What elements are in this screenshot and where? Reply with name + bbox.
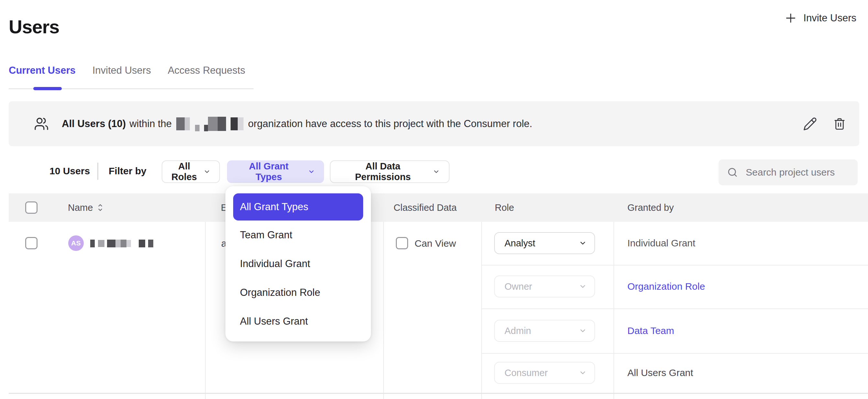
menu-item-all-grant-types[interactable]: All Grant Types xyxy=(233,193,363,220)
user-row-divider xyxy=(9,393,868,394)
row-checkbox[interactable] xyxy=(25,237,37,249)
filter-by-label: Filter by xyxy=(108,165,147,177)
column-header-granted-by: Granted by xyxy=(627,193,674,222)
menu-item-organization-role[interactable]: Organization Role xyxy=(233,278,363,307)
grant-row-divider xyxy=(481,353,868,354)
redacted-org-name xyxy=(176,116,244,131)
column-header-name[interactable]: Name xyxy=(68,193,104,222)
tab-invited-users[interactable]: Invited Users xyxy=(92,65,151,76)
column-header-classified-data: Classified Data xyxy=(394,193,457,222)
select-all-checkbox[interactable] xyxy=(25,202,37,214)
user-count: 10 Users xyxy=(50,165,90,177)
column-divider xyxy=(481,222,482,399)
role-select-admin: Admin xyxy=(494,320,595,342)
banner-text-after: organization have access to this project… xyxy=(248,118,532,130)
chevron-down-icon xyxy=(579,283,587,290)
table-header: Name Email Classified Data Role Granted … xyxy=(9,193,868,222)
all-users-banner: All Users (10) within the organization h… xyxy=(9,101,859,146)
chevron-down-icon xyxy=(579,239,587,247)
menu-item-all-users-grant[interactable]: All Users Grant xyxy=(233,307,363,336)
granted-by-link[interactable]: Data Team xyxy=(627,325,674,336)
active-tab-indicator xyxy=(33,87,62,90)
chevron-down-icon xyxy=(308,168,315,175)
tab-current-users[interactable]: Current Users xyxy=(9,65,76,76)
column-header-role: Role xyxy=(495,193,514,222)
granted-by-link[interactable]: Organization Role xyxy=(627,281,705,292)
all-data-permissions-filter[interactable]: All Data Permissions xyxy=(330,160,450,183)
search-box xyxy=(719,159,858,185)
menu-item-individual-grant[interactable]: Individual Grant xyxy=(233,249,363,278)
chevron-down-icon xyxy=(579,327,587,335)
all-grant-types-filter[interactable]: All Grant Types xyxy=(227,160,324,183)
granted-by-value: Individual Grant xyxy=(627,238,695,249)
tabs: Current Users Invited Users Access Reque… xyxy=(9,57,253,89)
chevron-down-icon xyxy=(433,168,440,175)
role-select-owner: Owner xyxy=(494,275,595,298)
plus-icon xyxy=(784,12,797,24)
pencil-icon xyxy=(803,117,817,131)
menu-item-team-grant[interactable]: Team Grant xyxy=(233,220,363,249)
column-divider xyxy=(205,222,206,399)
column-divider xyxy=(614,222,614,399)
column-divider xyxy=(383,222,384,399)
search-input[interactable] xyxy=(745,166,853,178)
edit-button[interactable] xyxy=(803,117,817,131)
page-title: Users xyxy=(9,16,59,37)
invite-users-button[interactable]: Invite Users xyxy=(783,12,858,25)
tab-access-requests[interactable]: Access Requests xyxy=(168,65,245,76)
avatar: AS xyxy=(68,236,84,251)
banner-text-before: within the xyxy=(129,118,172,130)
sort-icon xyxy=(97,203,104,212)
grant-type-dropdown-menu: All Grant Types Team Grant Individual Gr… xyxy=(225,186,371,341)
trash-icon xyxy=(833,117,846,131)
all-roles-filter[interactable]: All Roles xyxy=(162,160,220,183)
can-view-checkbox[interactable] xyxy=(396,237,408,249)
delete-button[interactable] xyxy=(833,117,846,131)
filter-divider xyxy=(97,163,98,180)
banner-bold-text: All Users (10) xyxy=(62,118,126,130)
redacted-user-name xyxy=(90,240,153,247)
chevron-down-icon xyxy=(579,369,587,377)
grant-row-divider xyxy=(481,265,868,266)
granted-by-value: All Users Grant xyxy=(627,367,693,378)
search-icon xyxy=(727,167,738,178)
grant-row-divider xyxy=(481,308,868,309)
users-icon xyxy=(34,116,49,131)
invite-users-label: Invite Users xyxy=(803,12,856,24)
users-page: Users Invite Users Current Users Invited… xyxy=(0,0,868,399)
chevron-down-icon xyxy=(204,168,211,175)
role-select-analyst[interactable]: Analyst xyxy=(494,232,595,254)
role-select-consumer: Consumer xyxy=(494,362,595,384)
can-view-label: Can View xyxy=(414,238,456,249)
